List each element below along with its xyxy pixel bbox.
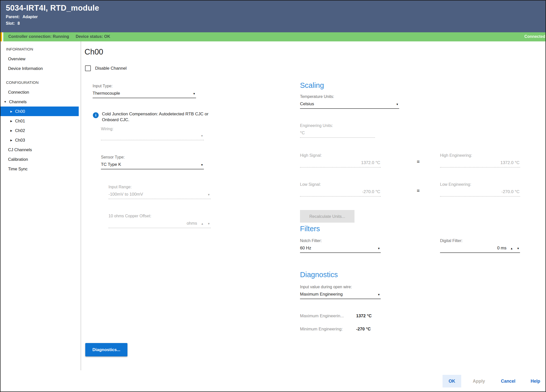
minimum-engineering-label: Minimum Engineering: [300,327,355,332]
module-config-window: 5034-IRT4I, RTD_module Parent:Adapter Sl… [0,0,546,392]
wiring-dropdown: ▼ [101,134,204,140]
notch-filter-dropdown[interactable]: 60 Hz ▼ [300,246,381,253]
sidebar-item-ch00[interactable]: ▶ Ch00 [1,107,79,116]
temperature-units-field: Temperature Units: Celsius ▼ [300,94,399,109]
high-signal-value: 1372.0 °C [300,160,380,165]
sensor-type-label: Sensor Type: [101,155,204,160]
sidebar-item-device-information[interactable]: Device Information [1,64,81,73]
diagnostics-button[interactable]: Diagnostics... [85,343,127,356]
cancel-button[interactable]: Cancel [497,375,520,387]
copper-offset-unit: ohms [108,221,197,226]
cjc-info-text: Cold Junction Compensation: Autodetected… [102,111,213,123]
parent-label: Parent: [6,15,20,19]
open-wire-field: Input value during open wire: Maximum En… [300,285,381,299]
sidebar-item-ch00-label: Ch00 [15,109,25,114]
copper-offset-field: 10 ohms Copper Offset: ohms ▲ ▼ [108,214,211,228]
input-type-dropdown[interactable]: Thermocouple ▼ [93,91,196,98]
high-signal-label: High Signal: [300,153,381,158]
sidebar-item-time-sync[interactable]: Time Sync [1,164,81,174]
temperature-units-dropdown[interactable]: Celsius ▼ [300,101,399,109]
window-title: 5034-IRT4I, RTD_module [6,4,545,13]
status-text: Controller connection: RunningDevice sta… [8,34,110,39]
ok-button[interactable]: OK [443,375,461,387]
maximum-engineering-row: Maximum Engineerin... 1372 °C [300,313,372,319]
dropdown-arrow-icon: ▼ [193,92,196,96]
sidebar-header-configuration: CONFIGURATION [1,78,81,87]
sidebar-item-overview[interactable]: Overview [1,54,81,64]
temperature-units-label: Temperature Units: [300,94,399,99]
filters-heading: Filters [300,225,320,233]
digital-filter-spinner[interactable]: 0 ms ▲ ▼ [440,246,520,253]
sensor-type-value: TC Type K [101,162,198,167]
digital-filter-value: 0 ms [440,246,506,251]
low-signal-value: -270.0 °C [300,189,380,194]
input-type-label: Input Type: [93,84,196,88]
sidebar-item-ch01-label: Ch01 [15,119,25,123]
digital-filter-label: Digital Filter: [440,239,520,243]
disable-channel-label: Disable Channel [95,66,127,71]
low-engineering-value: -270.0 °C [440,189,520,194]
controller-connection-status: Controller connection: Running [8,34,69,39]
titlebar: 5034-IRT4I, RTD_module Parent:Adapter Sl… [1,1,545,32]
parent-value: Adapter [22,15,38,19]
sidebar-item-ch02[interactable]: ▶ Ch02 [1,126,81,135]
spinner-up-icon: ▲ [510,246,513,251]
low-signal-input: -270.0 °C [300,189,381,197]
apply-button: Apply [467,375,490,387]
copper-offset-label: 10 ohms Copper Offset: [108,214,211,218]
tree-expanded-icon: ▼ [4,100,7,103]
sidebar-header-information: INFORMATION [1,44,81,54]
sidebar-item-channels[interactable]: ▼ Channels [1,97,81,107]
disable-channel-checkbox[interactable] [85,65,91,71]
slot-label: Slot: [6,21,15,25]
sidebar: INFORMATION Overview Device Information … [1,41,81,370]
high-engineering-input: 1372.0 °C [440,160,520,168]
open-wire-label: Input value during open wire: [300,285,381,289]
sidebar-item-ch03[interactable]: ▶ Ch03 [1,135,81,145]
notch-filter-label: Notch Filter: [300,239,381,243]
engineering-units-value: °C [300,130,374,136]
equals-sign: = [417,188,420,194]
wiring-label: Wiring: [101,127,204,131]
tree-collapsed-icon: ▶ [10,110,12,113]
low-signal-field: Low Signal: -270.0 °C [300,182,381,197]
sidebar-item-channels-label: Channels [9,99,27,104]
sidebar-item-connection[interactable]: Connection [1,87,81,97]
input-range-field: Input Range: -100mV to 100mV ▼ [108,185,211,199]
connection-state-badge: Connected [524,34,545,39]
high-signal-input: 1372.0 °C [300,160,381,168]
notch-filter-field: Notch Filter: 60 Hz ▼ [300,239,381,253]
sidebar-item-ch03-label: Ch03 [15,138,25,143]
engineering-units-field: Engineering Units: °C [300,123,375,138]
high-signal-field: High Signal: 1372.0 °C [300,153,381,168]
sidebar-item-calibration[interactable]: Calibration [1,154,81,164]
dropdown-arrow-icon: ▼ [201,134,203,138]
sidebar-item-ch01[interactable]: ▶ Ch01 [1,116,81,126]
copper-offset-spinner: ohms ▲ ▼ [108,221,211,228]
equals-sign: = [417,159,420,165]
engineering-units-label: Engineering Units: [300,123,375,128]
input-range-value: -100mV to 100mV [108,192,205,197]
input-range-dropdown: -100mV to 100mV ▼ [108,192,211,199]
diagnostics-heading: Diagnostics [300,271,338,279]
sensor-type-dropdown[interactable]: TC Type K ▼ [101,162,204,169]
wiring-field: Wiring: ▼ [101,127,204,140]
high-engineering-value: 1372.0 °C [440,160,520,165]
slot-line: Slot:8 [6,21,545,26]
open-wire-value: Maximum Engineering [300,292,375,297]
minimum-engineering-row: Minimum Engineering: -270 °C [300,327,371,332]
high-engineering-label: High Engineering: [440,153,520,158]
spinner-down-icon: ▼ [207,222,210,226]
sidebar-item-cj-channels[interactable]: CJ Channels [1,145,81,154]
recalculate-units-button: Recalculate Units... [300,210,354,223]
dropdown-arrow-icon: ▼ [207,193,210,197]
input-range-label: Input Range: [108,185,211,189]
high-engineering-field: High Engineering: 1372.0 °C [440,153,520,168]
digital-filter-field: Digital Filter: 0 ms ▲ ▼ [440,239,520,253]
sidebar-section-gap [1,73,81,78]
help-button[interactable]: Help [526,375,545,387]
spinner-up-icon: ▲ [201,222,204,226]
dropdown-arrow-icon: ▼ [396,102,399,107]
open-wire-dropdown[interactable]: Maximum Engineering ▼ [300,292,381,299]
spinner-down-icon: ▼ [517,246,520,251]
